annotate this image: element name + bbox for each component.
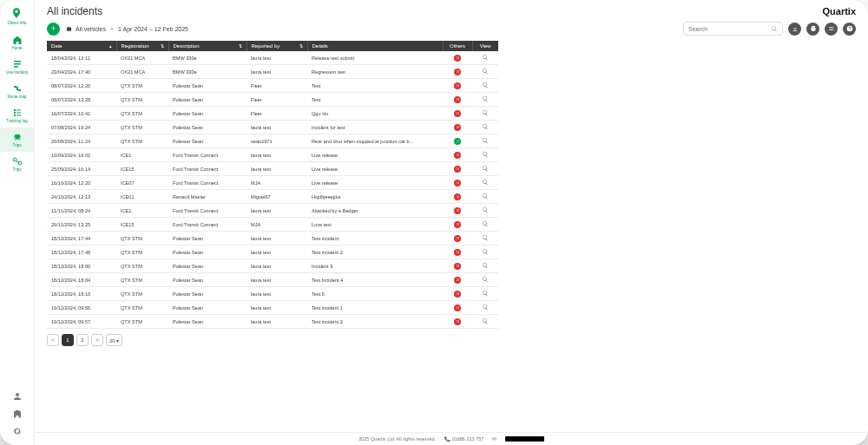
main: All incidents Quartix + All vehicles 1 A…	[35, 0, 868, 445]
cross-icon	[454, 318, 461, 325]
col-registration[interactable]: Registration⇅	[116, 41, 168, 51]
cell-view[interactable]	[472, 190, 498, 204]
table-row[interactable]: 16/10/2024, 12:20ICE07Ford Transit Conne…	[47, 176, 498, 190]
table-row[interactable]: 11/11/2024, 08:24ICE1Ford Transit Connec…	[47, 204, 498, 218]
cell-view[interactable]	[472, 51, 498, 65]
print-button[interactable]	[806, 23, 819, 36]
cell-description: Ford Transit Connect	[168, 204, 247, 218]
pager-page-1[interactable]: 1	[62, 334, 74, 346]
cell-view[interactable]	[472, 93, 498, 107]
cell-details: Test incident 1	[307, 301, 443, 315]
table-row[interactable]: 24/10/2024, 12:13ICE01Renault MasterMigu…	[47, 190, 498, 204]
table-row[interactable]: 20/08/2024, 11:24QTX STMPolestar Seansea…	[47, 134, 498, 148]
cell-date: 18/12/2024, 18:04	[47, 273, 116, 287]
table-row[interactable]: 19/12/2024, 09:55QTX STMPolestar Seanlau…	[47, 301, 498, 315]
table-row[interactable]: 23/04/2024, 17:40OX21 MCABMW 330elaura t…	[47, 65, 498, 79]
table-row[interactable]: 18/12/2024, 18:10QTX STMPolestar Seanlau…	[47, 287, 498, 301]
sidebar-item-label: Route map	[7, 95, 26, 99]
cell-view[interactable]	[472, 232, 498, 245]
table-row[interactable]: 29/11/2024, 13:25ICE15Ford Transit Conne…	[47, 218, 498, 232]
search-box[interactable]	[683, 22, 783, 36]
col-details[interactable]: Details	[307, 41, 443, 51]
table-row[interactable]: 08/07/2024, 13:28QTX STMPolestar SeanFle…	[47, 93, 498, 107]
add-button[interactable]: +	[47, 23, 60, 36]
cell-reported-by: Fleet	[247, 79, 307, 93]
table-row[interactable]: 07/08/2024, 19:24QTX STMPolestar Seanlau…	[47, 121, 498, 134]
cell-reported-by: Miguel67	[247, 190, 307, 204]
cell-view[interactable]	[472, 259, 498, 273]
cell-view[interactable]	[472, 218, 498, 232]
cell-reported-by: laura test	[247, 121, 307, 134]
cell-view[interactable]	[472, 134, 498, 148]
cell-view[interactable]	[472, 65, 498, 79]
cell-reported-by: MJA	[247, 218, 307, 232]
cell-view[interactable]	[472, 287, 498, 301]
table-row[interactable]: 18/12/2024, 18:04QTX STMPolestar Seanlau…	[47, 273, 498, 287]
pager-page-2[interactable]: 2	[76, 334, 89, 346]
table-row[interactable]: 18/12/2024, 17:44QTX STMPolestar Seanlau…	[47, 232, 498, 245]
settings-button[interactable]	[825, 23, 838, 36]
cell-status	[443, 204, 472, 218]
cross-icon	[454, 193, 461, 200]
export-button[interactable]	[788, 23, 801, 36]
cell-date: 18/12/2024, 18:00	[47, 259, 116, 273]
cell-view[interactable]	[472, 301, 498, 315]
cell-view[interactable]	[472, 162, 498, 176]
cell-view[interactable]	[472, 121, 498, 134]
table-row[interactable]: 18/12/2024, 17:48QTX STMPolestar Seanlau…	[47, 245, 498, 259]
pager-size[interactable]: 20 ▾	[106, 334, 122, 346]
vehicle-filter[interactable]: All vehicles	[65, 25, 106, 33]
cell-status	[443, 121, 472, 134]
cell-view[interactable]	[472, 315, 498, 329]
cell-reported-by: laura test	[247, 301, 307, 315]
cell-details: Love test	[307, 218, 443, 232]
user-icon[interactable]	[12, 391, 23, 402]
cell-registration: QTX STM	[116, 287, 168, 301]
building-icon[interactable]	[12, 409, 23, 419]
sidebar-item-route-map[interactable]: Route map	[0, 79, 34, 103]
cell-description: Polestar Sean	[168, 301, 247, 315]
table-row[interactable]: 10/09/2024, 16:02ICE1Ford Transit Connec…	[47, 148, 498, 162]
sidebar-item-trips[interactable]: Trips	[0, 128, 34, 152]
sidebar-item-tracking-log[interactable]: Tracking log	[0, 103, 34, 128]
cell-date: 11/11/2024, 08:24	[47, 204, 116, 218]
help-button[interactable]	[843, 23, 856, 36]
incidents-table: Date▴ Registration⇅ Description⇅ Reporte…	[47, 41, 498, 329]
col-description[interactable]: Description⇅	[168, 41, 247, 51]
sidebar-item-live-tracking[interactable]: Live tracking	[0, 55, 34, 79]
cell-details: Incident for test	[307, 121, 443, 134]
cell-details: Test 5	[307, 287, 443, 301]
pager-prev[interactable]: <	[47, 334, 59, 346]
cell-view[interactable]	[472, 107, 498, 121]
pager-next[interactable]: >	[91, 334, 103, 346]
cell-description: Polestar Sean	[168, 287, 247, 301]
cell-view[interactable]	[472, 273, 498, 287]
magnifier-icon	[482, 262, 489, 269]
table-row[interactable]: 08/07/2024, 12:20QTX STMPolestar SeanFle…	[47, 79, 498, 93]
table-row[interactable]: 19/12/2024, 09:57QTX STMPolestar Seanlau…	[47, 315, 498, 329]
cell-view[interactable]	[472, 148, 498, 162]
sidebar-item-trips-alt[interactable]: Trips	[0, 152, 34, 176]
toolbar-left: + All vehicles 1 Apr 2024 – 12 Feb 2025	[47, 23, 188, 36]
search-input[interactable]	[688, 26, 767, 32]
col-reported-by[interactable]: Reported by⇅	[247, 41, 307, 51]
sidebar-item-home[interactable]: Home	[0, 30, 34, 55]
client-info-button[interactable]: Client info	[7, 7, 26, 25]
cell-view[interactable]	[472, 79, 498, 93]
cross-icon	[454, 221, 461, 228]
table-row[interactable]: 18/04/2024, 12:11OX21 MCABMW 330elaura t…	[47, 51, 498, 65]
col-date[interactable]: Date▴	[47, 41, 116, 51]
cell-view[interactable]	[472, 204, 498, 218]
magnifier-icon	[482, 220, 489, 227]
route-icon	[10, 83, 24, 94]
cell-registration: ICE15	[116, 218, 168, 232]
table-row[interactable]: 16/07/2024, 10:41QTX STMPolestar SeanFle…	[47, 107, 498, 121]
cell-description: BMW 330e	[168, 51, 247, 65]
table-row[interactable]: 25/09/2024, 16:14ICE15Ford Transit Conne…	[47, 162, 498, 176]
cell-view[interactable]	[472, 245, 498, 259]
cell-view[interactable]	[472, 176, 498, 190]
gear-icon[interactable]	[12, 426, 23, 436]
pager: < 1 2 > 20 ▾	[47, 329, 856, 351]
date-range-filter[interactable]: 1 Apr 2024 – 12 Feb 2025	[118, 26, 188, 32]
table-row[interactable]: 18/12/2024, 18:00QTX STMPolestar Seanlau…	[47, 259, 498, 273]
